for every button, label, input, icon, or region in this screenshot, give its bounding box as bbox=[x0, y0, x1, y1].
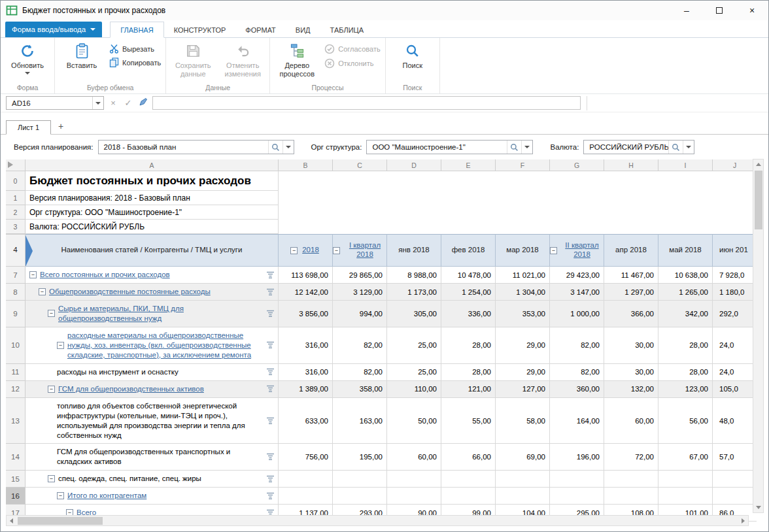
info-cell[interactable]: Бюджет постоянных и прочих расходов bbox=[26, 171, 279, 191]
collapse-icon[interactable]: − bbox=[48, 386, 55, 393]
value-cell[interactable]: 82,00 bbox=[550, 327, 604, 364]
value-cell[interactable]: 1 000,00 bbox=[550, 301, 604, 327]
magnifier-icon[interactable] bbox=[268, 141, 282, 154]
period-header[interactable]: мар 2018 bbox=[496, 234, 550, 267]
value-cell[interactable]: 292,0 bbox=[713, 301, 757, 327]
row-number[interactable]: 1 bbox=[6, 191, 26, 205]
value-cell[interactable]: 633,00 bbox=[279, 398, 333, 444]
value-cell[interactable]: 121,00 bbox=[441, 381, 496, 398]
value-cell[interactable]: 316,00 bbox=[279, 364, 333, 381]
collapse-icon[interactable]: − bbox=[57, 492, 64, 499]
cell-name-box[interactable]: AD16 bbox=[6, 96, 104, 110]
row-label-cell[interactable]: −Итого по контрагентам bbox=[26, 488, 279, 505]
row-number[interactable]: 11 bbox=[6, 364, 26, 381]
value-cell[interactable]: 12 142,00 bbox=[279, 284, 333, 301]
value-cell[interactable]: 24,0 bbox=[713, 364, 757, 381]
scroll-up-icon[interactable] bbox=[753, 159, 763, 169]
paste-button[interactable]: Вставить bbox=[57, 39, 107, 83]
cut-button[interactable]: Вырезать bbox=[109, 44, 161, 54]
value-cell[interactable]: 28,00 bbox=[658, 327, 713, 364]
currency-combo[interactable]: РОССИЙСКИЙ РУБЛЬ bbox=[583, 140, 694, 154]
filter-icon[interactable] bbox=[266, 492, 275, 500]
row-label-cell[interactable]: −спец. одежда, спец. питание, спец. жиры bbox=[26, 471, 279, 488]
column-header-j[interactable]: J bbox=[713, 159, 757, 171]
value-cell[interactable]: 28,00 bbox=[441, 327, 496, 364]
value-cell[interactable]: 105,0 bbox=[713, 381, 757, 398]
planning-version-combo[interactable]: 2018 - Базовый план bbox=[98, 140, 294, 154]
info-cell[interactable]: Версия планирования: 2018 - Базовый план bbox=[26, 191, 279, 205]
value-cell[interactable]: 56,00 bbox=[658, 398, 713, 444]
value-cell[interactable]: 3 147,00 bbox=[550, 284, 604, 301]
value-cell[interactable] bbox=[333, 488, 387, 505]
collapse-icon[interactable]: − bbox=[39, 288, 46, 295]
value-cell[interactable]: 66,00 bbox=[441, 444, 496, 471]
value-cell[interactable]: 123,00 bbox=[658, 381, 713, 398]
value-cell[interactable]: 10 478,00 bbox=[441, 267, 496, 284]
reject-button[interactable]: Отклонить bbox=[324, 58, 380, 69]
add-sheet-button[interactable]: + bbox=[51, 121, 71, 134]
value-cell[interactable] bbox=[387, 488, 441, 505]
header-name-cell[interactable]: Наименования статей / Контрагенты / ТМЦ … bbox=[26, 234, 279, 267]
value-cell[interactable] bbox=[658, 471, 713, 488]
vertical-scroll-thumb[interactable] bbox=[755, 171, 762, 229]
value-cell[interactable]: 113 698,00 bbox=[279, 267, 333, 284]
filter-icon[interactable] bbox=[266, 417, 275, 425]
value-cell[interactable]: 353,00 bbox=[496, 301, 550, 327]
value-cell[interactable]: 30,00 bbox=[604, 327, 658, 364]
value-cell[interactable] bbox=[333, 471, 387, 488]
tab-table[interactable]: ТАБЛИЦА bbox=[320, 22, 374, 37]
search-button[interactable]: Поиск bbox=[388, 39, 437, 83]
value-cell[interactable]: 82,00 bbox=[550, 364, 604, 381]
column-header-d[interactable]: D bbox=[387, 159, 441, 171]
period-header[interactable]: фев 2018 bbox=[441, 234, 496, 267]
column-header-i[interactable]: I bbox=[658, 159, 713, 171]
approve-button[interactable]: Согласовать bbox=[324, 44, 380, 54]
value-cell[interactable]: 11 021,00 bbox=[496, 267, 550, 284]
chevron-down-icon[interactable] bbox=[521, 141, 532, 154]
value-cell[interactable]: 55,00 bbox=[441, 398, 496, 444]
value-cell[interactable]: 29,00 bbox=[496, 327, 550, 364]
row-number[interactable]: 4 bbox=[6, 234, 26, 267]
horizontal-scroll-thumb[interactable] bbox=[18, 517, 103, 525]
value-cell[interactable]: 60,00 bbox=[604, 398, 658, 444]
collapse-icon[interactable]: − bbox=[290, 247, 298, 254]
value-cell[interactable] bbox=[713, 471, 757, 488]
value-cell[interactable] bbox=[713, 488, 757, 505]
value-cell[interactable]: 1 180,0 bbox=[713, 284, 757, 301]
value-cell[interactable]: 163,00 bbox=[333, 398, 387, 444]
select-all-corner[interactable] bbox=[6, 159, 26, 171]
value-cell[interactable]: 11 467,00 bbox=[604, 267, 658, 284]
minimize-button[interactable]: – bbox=[670, 1, 703, 20]
value-cell[interactable]: 132,00 bbox=[604, 381, 658, 398]
sheet-tab-1[interactable]: Лист 1 bbox=[6, 120, 51, 135]
value-cell[interactable]: 1 389,00 bbox=[279, 381, 333, 398]
value-cell[interactable] bbox=[496, 488, 550, 505]
scroll-down-icon[interactable] bbox=[753, 503, 763, 512]
value-cell[interactable]: 29 865,00 bbox=[333, 267, 387, 284]
value-cell[interactable]: 127,00 bbox=[496, 381, 550, 398]
row-label-cell[interactable]: топливо для объектов собственной энергет… bbox=[26, 398, 279, 444]
filter-icon[interactable] bbox=[266, 385, 275, 393]
value-cell[interactable]: 28,00 bbox=[658, 364, 713, 381]
process-tree-button[interactable]: Дерево процессов bbox=[272, 39, 322, 83]
filter-icon[interactable] bbox=[266, 475, 275, 483]
collapse-icon[interactable]: − bbox=[550, 247, 557, 254]
horizontal-scrollbar[interactable] bbox=[6, 515, 749, 526]
value-cell[interactable] bbox=[441, 488, 496, 505]
app-menu-button[interactable]: Форма ввода/вывода bbox=[5, 22, 102, 37]
row-number[interactable]: 8 bbox=[6, 284, 26, 301]
value-cell[interactable]: 67,00 bbox=[658, 444, 713, 471]
value-cell[interactable]: 1 173,00 bbox=[387, 284, 441, 301]
value-cell[interactable]: 1 254,00 bbox=[441, 284, 496, 301]
value-cell[interactable]: 1 265,00 bbox=[658, 284, 713, 301]
value-cell[interactable]: 57,0 bbox=[713, 444, 757, 471]
value-cell[interactable]: 82,00 bbox=[333, 327, 387, 364]
chevron-down-icon[interactable] bbox=[683, 141, 694, 154]
close-button[interactable]: × bbox=[736, 1, 768, 20]
filter-icon[interactable] bbox=[266, 341, 275, 349]
info-cell[interactable]: Валюта: РОССИЙСКИЙ РУБЛЬ bbox=[26, 220, 279, 234]
vertical-scrollbar[interactable] bbox=[753, 159, 764, 513]
value-cell[interactable]: 1 297,00 bbox=[604, 284, 658, 301]
column-header-a[interactable]: A bbox=[26, 159, 279, 171]
value-cell[interactable]: 48,0 bbox=[713, 398, 757, 444]
